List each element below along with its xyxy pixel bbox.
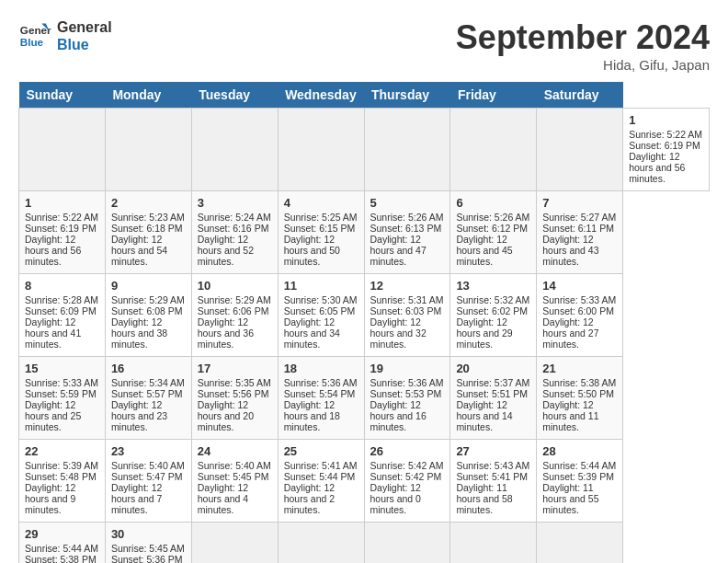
sunset: Sunset: 5:57 PM <box>111 388 183 399</box>
sunrise: Sunrise: 5:42 AM <box>370 460 444 471</box>
day-number: 27 <box>456 444 530 458</box>
sunrise: Sunrise: 5:33 AM <box>25 377 98 388</box>
sunset: Sunset: 5:47 PM <box>111 471 183 482</box>
sunset: Sunset: 5:44 PM <box>284 471 356 482</box>
title-block: September 2024 Hida, Gifu, Japan <box>456 18 710 73</box>
sunset: Sunset: 5:48 PM <box>25 471 97 482</box>
sunrise: Sunrise: 5:34 AM <box>111 377 185 388</box>
calendar-week-3: 15Sunrise: 5:33 AMSunset: 5:59 PMDayligh… <box>19 357 710 440</box>
sunset: Sunset: 5:53 PM <box>370 388 442 399</box>
calendar-cell <box>19 109 106 191</box>
sunset: Sunset: 5:50 PM <box>542 388 614 399</box>
sunset: Sunset: 6:03 PM <box>370 305 442 316</box>
day-number: 22 <box>25 444 99 458</box>
calendar-cell <box>105 109 191 191</box>
calendar-cell: 18Sunrise: 5:36 AMSunset: 5:54 PMDayligh… <box>278 357 364 440</box>
daylight: Daylight: 12 hours and 29 minutes. <box>456 316 512 350</box>
sunset: Sunset: 6:11 PM <box>542 223 614 234</box>
calendar-cell: 25Sunrise: 5:41 AMSunset: 5:44 PMDayligh… <box>278 440 364 523</box>
calendar-cell: 1Sunrise: 5:22 AMSunset: 6:19 PMDaylight… <box>19 191 106 274</box>
day-number: 24 <box>198 444 272 458</box>
header-tuesday: Tuesday <box>191 82 278 109</box>
header-saturday: Saturday <box>537 82 623 109</box>
sunrise: Sunrise: 5:40 AM <box>198 460 271 471</box>
calendar-cell <box>191 109 278 191</box>
calendar-cell: 7Sunrise: 5:27 AMSunset: 6:11 PMDaylight… <box>537 191 623 274</box>
sunset: Sunset: 6:06 PM <box>198 305 269 316</box>
calendar-cell: 1Sunrise: 5:22 AMSunset: 6:19 PMDaylight… <box>623 109 710 191</box>
daylight: Daylight: 11 hours and 55 minutes. <box>542 482 598 515</box>
sunrise: Sunrise: 5:44 AM <box>25 543 98 554</box>
daylight: Daylight: 12 hours and 54 minutes. <box>111 234 167 267</box>
calendar-cell: 11Sunrise: 5:30 AMSunset: 6:05 PMDayligh… <box>278 274 364 357</box>
daylight: Daylight: 12 hours and 43 minutes. <box>542 234 598 267</box>
calendar-header: SundayMondayTuesdayWednesdayThursdayFrid… <box>19 82 710 109</box>
daylight: Daylight: 12 hours and 47 minutes. <box>370 234 427 267</box>
sunrise: Sunrise: 5:36 AM <box>284 377 358 388</box>
sunset: Sunset: 5:45 PM <box>198 471 269 482</box>
sunrise: Sunrise: 5:45 AM <box>111 543 185 554</box>
daylight: Daylight: 12 hours and 45 minutes. <box>456 234 512 267</box>
day-number: 9 <box>111 279 186 293</box>
sunset: Sunset: 6:00 PM <box>542 305 614 316</box>
page-header: General Blue General Blue September 2024… <box>18 18 710 73</box>
sunrise: Sunrise: 5:39 AM <box>25 460 98 471</box>
sunset: Sunset: 5:38 PM <box>25 554 97 563</box>
calendar-cell <box>537 523 623 564</box>
sunset: Sunset: 5:59 PM <box>25 388 97 399</box>
daylight: Daylight: 12 hours and 50 minutes. <box>284 234 340 267</box>
calendar-cell: 5Sunrise: 5:26 AMSunset: 6:13 PMDaylight… <box>364 191 450 274</box>
day-number: 16 <box>111 362 186 375</box>
calendar-cell: 20Sunrise: 5:37 AMSunset: 5:51 PMDayligh… <box>450 357 537 440</box>
calendar-cell: 2Sunrise: 5:23 AMSunset: 6:18 PMDaylight… <box>105 191 191 274</box>
calendar-cell: 16Sunrise: 5:34 AMSunset: 5:57 PMDayligh… <box>105 357 191 440</box>
sunset: Sunset: 5:39 PM <box>542 471 614 482</box>
daylight: Daylight: 12 hours and 56 minutes. <box>25 234 81 267</box>
sunset: Sunset: 6:05 PM <box>284 305 356 316</box>
sunset: Sunset: 6:08 PM <box>111 305 183 316</box>
day-number: 3 <box>198 196 272 210</box>
calendar-cell: 9Sunrise: 5:29 AMSunset: 6:08 PMDaylight… <box>105 274 191 357</box>
header-sunday: Sunday <box>19 82 106 109</box>
sunset: Sunset: 5:42 PM <box>370 471 442 482</box>
calendar-cell: 14Sunrise: 5:33 AMSunset: 6:00 PMDayligh… <box>537 274 623 357</box>
location: Hida, Gifu, Japan <box>456 57 710 73</box>
header-thursday: Thursday <box>364 82 450 109</box>
daylight: Daylight: 12 hours and 18 minutes. <box>284 399 340 432</box>
sunrise: Sunrise: 5:44 AM <box>542 460 616 471</box>
sunrise: Sunrise: 5:35 AM <box>198 377 271 388</box>
sunset: Sunset: 5:41 PM <box>456 471 528 482</box>
header-wednesday: Wednesday <box>278 82 364 109</box>
day-number: 6 <box>456 196 530 210</box>
sunrise: Sunrise: 5:22 AM <box>25 212 98 223</box>
day-number: 10 <box>198 279 272 293</box>
logo-text-blue: Blue <box>57 36 112 53</box>
day-number: 8 <box>25 279 99 293</box>
sunrise: Sunrise: 5:31 AM <box>370 294 444 305</box>
calendar-cell: 17Sunrise: 5:35 AMSunset: 5:56 PMDayligh… <box>191 357 278 440</box>
calendar-cell <box>450 109 537 191</box>
calendar-cell: 30Sunrise: 5:45 AMSunset: 5:36 PMDayligh… <box>105 523 191 564</box>
calendar-cell: 3Sunrise: 5:24 AMSunset: 6:16 PMDaylight… <box>191 191 278 274</box>
sunrise: Sunrise: 5:26 AM <box>370 212 444 223</box>
daylight: Daylight: 12 hours and 34 minutes. <box>284 316 340 350</box>
sunset: Sunset: 6:15 PM <box>284 223 356 234</box>
sunrise: Sunrise: 5:29 AM <box>111 294 185 305</box>
logo-icon: General Blue <box>18 19 51 52</box>
daylight: Daylight: 12 hours and 16 minutes. <box>370 399 427 432</box>
logo: General Blue General Blue <box>18 18 112 53</box>
sunrise: Sunrise: 5:24 AM <box>198 212 271 223</box>
day-number: 30 <box>111 527 186 541</box>
calendar-week-2: 8Sunrise: 5:28 AMSunset: 6:09 PMDaylight… <box>19 274 710 357</box>
sunset: Sunset: 6:19 PM <box>629 140 700 151</box>
daylight: Daylight: 12 hours and 23 minutes. <box>111 399 167 432</box>
calendar-cell <box>278 109 364 191</box>
header-friday: Friday <box>450 82 537 109</box>
calendar-week-1: 1Sunrise: 5:22 AMSunset: 6:19 PMDaylight… <box>19 191 710 274</box>
sunrise: Sunrise: 5:30 AM <box>284 294 358 305</box>
daylight: Daylight: 12 hours and 2 minutes. <box>284 482 335 515</box>
calendar-cell <box>364 109 450 191</box>
sunset: Sunset: 6:02 PM <box>456 305 528 316</box>
sunrise: Sunrise: 5:32 AM <box>456 294 529 305</box>
day-number: 25 <box>284 444 358 458</box>
